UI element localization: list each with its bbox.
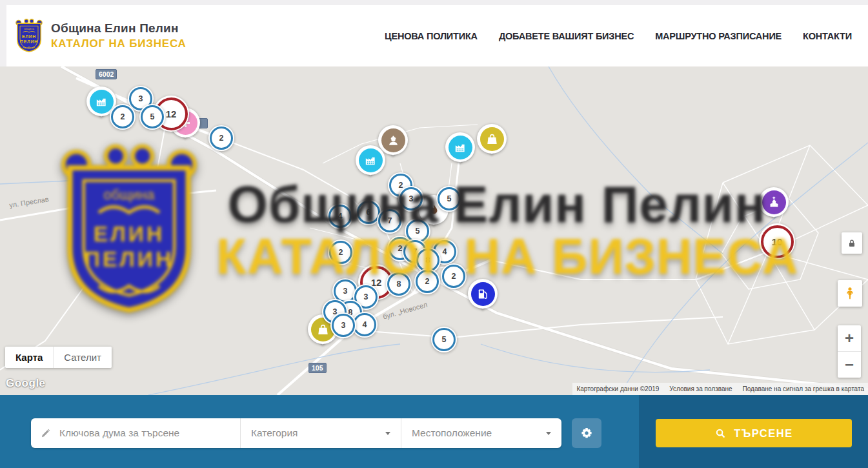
road-badge: 105	[308, 363, 327, 373]
marker-cluster[interactable]: 2	[414, 269, 440, 294]
report-map-error-link[interactable]: Подаване на сигнал за грешка в картата	[743, 385, 864, 392]
keyword-search-input[interactable]	[58, 427, 225, 440]
marker-cluster[interactable]: 2	[110, 104, 136, 130]
top-margin-strip	[0, 0, 868, 5]
pencil-icon	[40, 427, 52, 439]
search-bar: Категория Местоположение ТЪРСЕНЕ	[0, 395, 868, 468]
marker-cluster[interactable]: 5	[431, 327, 457, 352]
left-margin-strip	[0, 5, 6, 66]
site-subtitle: КАТАЛОГ НА БИЗНЕСА	[51, 37, 187, 50]
pegman-button[interactable]	[838, 280, 862, 307]
site-header: община ЕЛИН ПЕЛИН Община Елин Пелин КАТА…	[6, 5, 868, 66]
nav-item-bus-schedule[interactable]: МАРШРУТНО РАЗПИСАНИЕ	[655, 31, 782, 41]
site-logo[interactable]: община ЕЛИН ПЕЛИН Община Елин Пелин КАТА…	[14, 17, 187, 54]
nav-item-contacts[interactable]: КОНТАКТИ	[803, 31, 852, 41]
road-badge: 6002	[96, 69, 117, 79]
map-pin-factory[interactable]	[356, 145, 385, 175]
marker-cluster[interactable]: 2	[328, 239, 354, 265]
site-title: Община Елин Пелин	[51, 21, 187, 36]
location-select-label: Местоположение	[412, 427, 492, 439]
magnifier-icon	[714, 427, 727, 440]
chevron-down-icon	[546, 432, 551, 435]
map-attribution: Картографски данни ©2019Условия за ползв…	[572, 383, 868, 395]
map-data-copyright: Картографски данни ©2019	[576, 385, 659, 392]
nav-item-add-business[interactable]: ДОБАВЕТЕ ВАШИЯТ БИЗНЕС	[499, 31, 634, 41]
crest-name-line1: ЕЛИН	[22, 34, 36, 39]
map-pin-fuel[interactable]	[468, 279, 498, 309]
map-pin-factory[interactable]	[445, 132, 475, 162]
search-button-label: ТЪРСЕНЕ	[734, 427, 792, 440]
google-logo[interactable]: Google	[6, 377, 46, 390]
map-type-satellite-button[interactable]: Сателит	[53, 347, 112, 368]
marker-cluster[interactable]: 8	[386, 271, 412, 297]
terms-of-use-link[interactable]: Условия за ползване	[669, 385, 732, 392]
zoom-out-button[interactable]: −	[838, 351, 861, 378]
gear-icon	[580, 426, 594, 440]
crest-name-line2: ПЕЛИН	[20, 39, 37, 44]
map-pin-church[interactable]	[759, 187, 789, 217]
chevron-down-icon	[385, 432, 390, 435]
main-nav: ЦЕНОВА ПОЛИТИКАДОБАВЕТЕ ВАШИЯТ БИЗНЕСМАР…	[385, 31, 852, 41]
keyword-field-wrap	[31, 418, 240, 448]
marker-cluster[interactable]: 10	[759, 223, 795, 259]
lock-button[interactable]	[842, 232, 862, 254]
advanced-search-settings-button[interactable]	[572, 418, 601, 448]
map-pin-bag[interactable]	[477, 124, 507, 154]
search-button[interactable]: ТЪРСЕНЕ	[656, 419, 852, 447]
marker-cluster[interactable]: 3	[398, 186, 424, 212]
crest-top-word: община	[24, 27, 34, 30]
category-select-label: Категория	[251, 427, 298, 439]
zoom-in-button[interactable]: +	[838, 325, 861, 351]
marker-cluster[interactable]: 4	[327, 203, 353, 229]
municipality-crest-logo: община ЕЛИН ПЕЛИН	[14, 17, 44, 54]
location-select[interactable]: Местоположение	[401, 418, 561, 448]
map-type-map-button[interactable]: Карта	[5, 347, 53, 368]
nav-item-pricing[interactable]: ЦЕНОВА ПОЛИТИКА	[385, 31, 478, 41]
marker-cluster[interactable]: 2	[208, 125, 234, 151]
category-select[interactable]: Категория	[240, 418, 401, 448]
search-input-group: Категория Местоположение	[31, 418, 561, 448]
marker-cluster[interactable]: 2	[441, 263, 467, 289]
marker-cluster[interactable]: 3	[330, 312, 356, 338]
zoom-control: + −	[838, 325, 861, 378]
pegman-icon	[843, 285, 857, 302]
marker-cluster[interactable]: 5	[436, 186, 462, 212]
map-type-control: Карта Сателит	[5, 347, 112, 368]
map-canvas[interactable]: община ЕЛИН ПЕЛИН Община Елин Пелин КАТА…	[0, 66, 868, 395]
marker-cluster[interactable]: 7	[377, 208, 403, 234]
lock-icon	[847, 238, 857, 249]
marker-cluster[interactable]: 5	[139, 104, 165, 130]
